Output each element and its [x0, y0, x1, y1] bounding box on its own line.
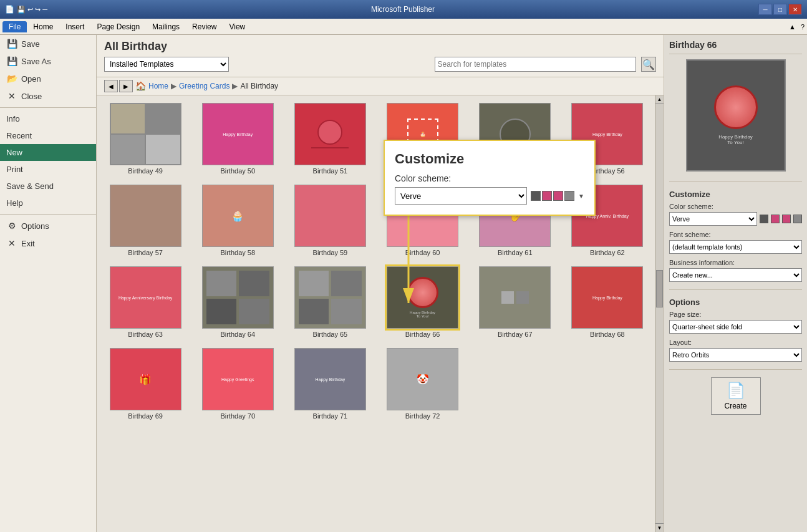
open-icon: 📂: [6, 74, 17, 84]
font-scheme-select[interactable]: (default template fonts): [669, 240, 802, 254]
template-item-49[interactable]: Birthday 49: [102, 100, 189, 177]
tab-insert[interactable]: Insert: [59, 21, 90, 32]
template-label-67: Birthday 67: [498, 331, 533, 338]
sidebar-item-info[interactable]: Info: [0, 110, 96, 127]
back-button[interactable]: ◀: [104, 80, 118, 92]
template-label-66: Birthday 66: [405, 331, 440, 338]
search-input[interactable]: [435, 57, 637, 72]
template-thumb-57: [110, 185, 181, 247]
help-icon[interactable]: ?: [801, 23, 805, 31]
tab-view[interactable]: View: [223, 21, 251, 32]
layout-select[interactable]: Retro Orbits: [669, 348, 802, 362]
template-item-68[interactable]: Happy BirthdayBirthday 68: [564, 264, 651, 341]
template-label-50: Birthday 50: [220, 167, 255, 175]
template-label-63: Birthday 63: [128, 331, 163, 338]
close-button[interactable]: ✕: [788, 4, 802, 15]
collapse-icon[interactable]: ▲: [789, 23, 796, 31]
sidebar-save-as-label: Save As: [21, 57, 51, 66]
template-thumb-50: Happy Birthday: [202, 103, 274, 165]
content-header: All Birthday Installed Templates 🔍: [97, 35, 664, 77]
template-item-69[interactable]: 🎁Birthday 69: [102, 346, 189, 422]
vertical-scrollbar[interactable]: ▲ ▼: [655, 95, 664, 532]
template-item-50[interactable]: Happy BirthdayBirthday 50: [194, 100, 281, 177]
create-button[interactable]: 📄 Create: [711, 377, 761, 415]
right-panel-title: Birthday 66: [669, 40, 802, 54]
template-dropdown[interactable]: Installed Templates: [104, 57, 229, 72]
right-panel: Birthday 66 Happy BirthdayTo You! Custom…: [664, 35, 807, 532]
sidebar-item-save-as[interactable]: 💾 Save As: [0, 52, 96, 70]
menu-tabs: File Home Insert Page Design Mailings Re…: [2, 21, 251, 32]
popup-scheme-select[interactable]: Verve: [395, 187, 527, 205]
page-size-select[interactable]: Quarter-sheet side fold: [669, 320, 802, 334]
template-item-63[interactable]: Happy Anniversary BirthdayBirthday 63: [102, 264, 189, 341]
content-controls: Installed Templates 🔍: [104, 57, 656, 72]
tab-home[interactable]: Home: [27, 21, 59, 32]
scroll-down-button[interactable]: ▼: [655, 523, 664, 532]
tab-mailings[interactable]: Mailings: [146, 21, 186, 32]
template-thumb-70: Happy Greetings: [202, 348, 274, 410]
right-color-sq-3: [782, 215, 791, 223]
template-item-58[interactable]: 🧁Birthday 58: [194, 182, 281, 259]
color-sq-4: [564, 191, 574, 201]
font-scheme-label: Font scheme:: [669, 231, 802, 238]
template-item-67[interactable]: Birthday 67: [471, 264, 559, 341]
right-scheme-select[interactable]: Verve: [669, 212, 757, 226]
sidebar-item-save-send[interactable]: Save & Send: [0, 178, 96, 195]
sidebar-help-label: Help: [6, 198, 23, 208]
content-area: All Birthday Installed Templates 🔍 ◀ ▶ 🏠…: [97, 35, 664, 532]
home-icon: 🏠: [135, 81, 146, 91]
exit-icon: ✕: [6, 238, 17, 248]
breadcrumb-home[interactable]: Home: [148, 82, 168, 90]
create-icon: 📄: [727, 382, 745, 399]
minimize-button[interactable]: ─: [758, 4, 772, 15]
scroll-up-button[interactable]: ▲: [655, 95, 664, 104]
sidebar-item-open[interactable]: 📂 Open: [0, 70, 96, 87]
tab-review[interactable]: Review: [186, 21, 223, 32]
template-item-71[interactable]: Happy BirthdayBirthday 71: [286, 346, 374, 422]
sidebar-item-help[interactable]: Help: [0, 195, 96, 211]
sidebar-item-save[interactable]: 💾 Save: [0, 35, 96, 52]
sidebar-item-exit[interactable]: ✕ Exit: [0, 235, 96, 252]
layout-label: Layout:: [669, 339, 802, 346]
sidebar-item-options[interactable]: ⚙ Options: [0, 217, 96, 235]
sidebar-item-new[interactable]: New: [0, 144, 96, 161]
sidebar-options-label: Options: [21, 221, 49, 231]
preview-inner: Happy BirthdayTo You!: [695, 69, 776, 162]
sidebar-item-close[interactable]: ✕ Close: [0, 87, 96, 105]
right-color-sq-1: [760, 215, 768, 223]
create-button-label: Create: [724, 402, 747, 410]
sidebar-new-label: New: [6, 148, 22, 157]
template-thumb-63: Happy Anniversary Birthday: [110, 266, 181, 329]
template-item-64[interactable]: Birthday 64: [194, 264, 281, 341]
template-item-51[interactable]: Birthday 51: [286, 100, 374, 177]
search-button[interactable]: 🔍: [641, 57, 656, 72]
template-item-57[interactable]: Birthday 57: [102, 182, 189, 259]
template-item-59[interactable]: Birthday 59: [286, 182, 374, 259]
business-info-label: Business information:: [669, 259, 802, 266]
template-item-70[interactable]: Happy GreetingsBirthday 70: [194, 346, 281, 422]
save-icon: 💾: [6, 39, 17, 49]
tab-file[interactable]: File: [2, 21, 27, 32]
popup-dropdown-arrow: ▼: [578, 193, 584, 200]
color-sq-3: [553, 191, 563, 201]
template-thumb-69: 🎁: [110, 348, 181, 410]
tab-page-design[interactable]: Page Design: [90, 21, 146, 32]
template-thumb-71: Happy Birthday: [294, 348, 366, 410]
options-icon: ⚙: [6, 221, 17, 231]
sidebar-item-recent[interactable]: Recent: [0, 127, 96, 144]
template-item-72[interactable]: 🤡Birthday 72: [379, 346, 466, 422]
business-info-select[interactable]: Create new...: [669, 268, 802, 282]
forward-button[interactable]: ▶: [119, 80, 133, 92]
preview-circle: [714, 85, 758, 129]
scroll-thumb[interactable]: [656, 270, 663, 307]
window-title: Microsoft Publisher: [371, 5, 435, 14]
maximize-button[interactable]: □: [773, 4, 787, 15]
sidebar-save-label: Save: [21, 39, 40, 49]
template-item-66[interactable]: Happy BirthdayTo You! Birthday 66: [379, 264, 466, 341]
template-label-51: Birthday 51: [313, 167, 348, 175]
template-item-65[interactable]: Birthday 65: [286, 264, 374, 341]
breadcrumb-level1[interactable]: Greeting Cards: [179, 82, 230, 90]
template-label-59: Birthday 59: [313, 249, 348, 256]
sidebar-item-print[interactable]: Print: [0, 161, 96, 178]
menu-bar-right: ▲ ?: [789, 23, 805, 31]
